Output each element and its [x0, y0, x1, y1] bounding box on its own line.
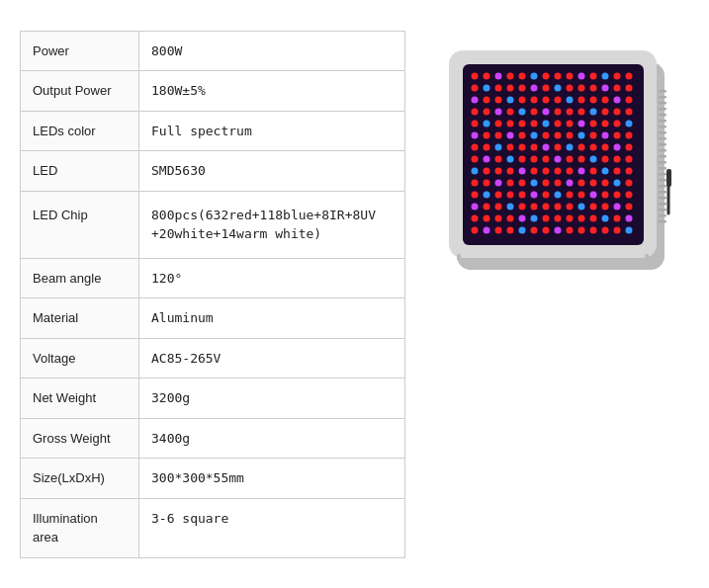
svg-point-104 [506, 155, 513, 162]
svg-rect-213 [659, 173, 666, 176]
svg-point-169 [613, 203, 620, 210]
svg-point-128 [625, 167, 632, 174]
svg-point-196 [601, 226, 608, 233]
svg-point-177 [542, 214, 549, 221]
svg-point-52 [554, 108, 561, 115]
spec-value-4: 800pcs(632red+118blue+8IR+8UV +20white+1… [139, 191, 405, 258]
svg-point-40 [577, 96, 584, 103]
svg-point-50 [530, 108, 537, 115]
spec-value-3: SMD5630 [139, 151, 405, 192]
svg-point-170 [625, 203, 632, 210]
svg-point-191 [542, 226, 549, 233]
svg-rect-202 [659, 108, 666, 111]
product-image-area [435, 31, 689, 302]
spec-value-0: 800W [139, 31, 405, 71]
svg-point-41 [589, 96, 596, 103]
svg-point-43 [613, 96, 620, 103]
svg-rect-219 [659, 209, 666, 211]
svg-point-95 [566, 143, 573, 150]
svg-point-51 [542, 108, 549, 115]
svg-point-122 [554, 167, 561, 174]
svg-point-59 [471, 120, 478, 126]
svg-rect-212 [659, 167, 666, 170]
svg-point-32 [483, 96, 489, 103]
svg-point-126 [601, 167, 608, 174]
svg-point-10 [554, 72, 561, 79]
svg-point-47 [494, 108, 501, 115]
svg-point-188 [506, 226, 513, 233]
svg-point-25 [566, 84, 573, 91]
svg-point-174 [506, 214, 513, 221]
svg-point-140 [601, 179, 608, 186]
spec-value-8: 3200g [139, 378, 405, 419]
svg-point-85 [613, 131, 620, 138]
svg-point-49 [518, 108, 525, 115]
svg-point-36 [530, 96, 537, 103]
svg-point-24 [554, 84, 561, 91]
svg-point-152 [577, 191, 584, 198]
svg-point-168 [601, 203, 608, 210]
svg-point-82 [577, 131, 584, 138]
svg-point-179 [566, 214, 573, 221]
svg-point-37 [542, 96, 549, 103]
svg-point-5 [494, 72, 501, 79]
svg-point-131 [494, 179, 501, 186]
svg-point-151 [566, 191, 573, 198]
svg-point-108 [554, 155, 561, 162]
svg-point-19 [494, 84, 501, 91]
spec-value-6: Aluminum [139, 298, 405, 339]
spec-label-9: Gross Weight [21, 418, 139, 459]
svg-point-116 [483, 167, 489, 174]
spec-label-0: Power [21, 31, 139, 71]
svg-rect-215 [659, 185, 666, 188]
svg-point-99 [613, 143, 620, 150]
svg-point-125 [589, 167, 596, 174]
svg-rect-203 [659, 114, 666, 117]
spec-label-10: Size(LxDxH) [21, 459, 139, 499]
svg-point-161 [518, 203, 525, 210]
svg-point-81 [566, 131, 573, 138]
spec-value-1: 180W±5% [139, 71, 405, 112]
svg-point-198 [625, 226, 632, 233]
svg-point-105 [518, 155, 525, 162]
svg-point-153 [589, 191, 596, 198]
svg-point-29 [613, 84, 620, 91]
svg-point-77 [518, 131, 525, 138]
svg-point-102 [483, 155, 489, 162]
svg-point-157 [471, 203, 478, 210]
svg-point-183 [613, 214, 620, 221]
svg-point-171 [471, 214, 478, 221]
svg-point-96 [577, 143, 584, 150]
svg-rect-210 [659, 155, 666, 158]
svg-point-103 [494, 155, 501, 162]
svg-point-175 [518, 214, 525, 221]
spec-label-6: Material [21, 298, 139, 339]
svg-point-114 [625, 155, 632, 162]
svg-point-107 [542, 155, 549, 162]
svg-point-58 [625, 108, 632, 115]
svg-point-73 [471, 131, 478, 138]
svg-point-34 [506, 96, 513, 103]
svg-point-26 [577, 84, 584, 91]
svg-point-129 [471, 179, 478, 186]
svg-point-110 [577, 155, 584, 162]
svg-point-60 [483, 120, 489, 126]
svg-point-137 [566, 179, 573, 186]
svg-point-54 [577, 108, 584, 115]
svg-point-80 [554, 131, 561, 138]
svg-point-3 [471, 72, 478, 79]
svg-point-124 [577, 167, 584, 174]
svg-point-145 [494, 191, 501, 198]
svg-point-55 [589, 108, 596, 115]
svg-point-98 [601, 143, 608, 150]
svg-point-123 [566, 167, 573, 174]
svg-point-79 [542, 131, 549, 138]
svg-point-15 [613, 72, 620, 79]
svg-point-39 [566, 96, 573, 103]
svg-point-35 [518, 96, 525, 103]
svg-rect-211 [659, 161, 666, 164]
svg-point-132 [506, 179, 513, 186]
svg-point-119 [518, 167, 525, 174]
svg-point-150 [554, 191, 561, 198]
svg-point-31 [471, 96, 478, 103]
